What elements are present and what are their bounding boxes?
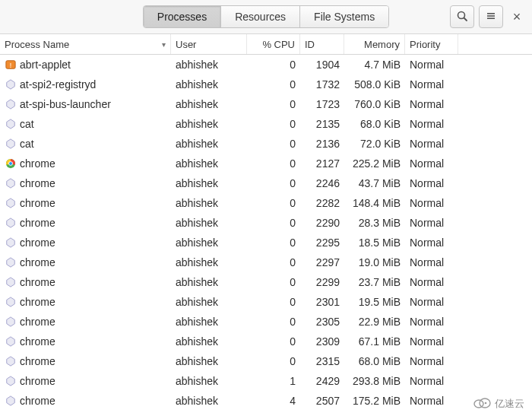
table-row[interactable]: chromeabhishek0229923.7 MiBNormal [0,272,532,292]
cell-user: abhishek [171,59,247,71]
cell-cpu: 0 [247,177,300,189]
cell-priority: Normal [405,256,458,268]
cell-priority: Normal [405,276,458,288]
table-row[interactable]: chromeabhishek12429293.8 MiBNormal [0,371,532,391]
process-icon [5,237,17,249]
process-icon [5,177,17,189]
cell-id: 2301 [300,296,344,308]
cell-memory: 148.4 MiB [344,197,405,209]
cell-priority: Normal [405,217,458,229]
process-name: cat [20,118,34,130]
table-row[interactable]: chromeabhishek0229518.5 MiBNormal [0,233,532,252]
process-name: chrome [20,237,55,249]
table-row[interactable]: chromeabhishek42507175.2 MiBNormal [0,391,532,411]
menu-button[interactable] [479,5,503,28]
process-icon [5,395,17,407]
process-icon [5,316,17,328]
table-row[interactable]: chromeabhishek0224643.7 MiBNormal [0,173,532,193]
cell-priority: Normal [405,118,458,130]
cell-id: 2127 [300,157,344,170]
table-row[interactable]: chromeabhishek02127225.2 MiBNormal [0,154,532,173]
tab-resources[interactable]: Resources [221,6,300,27]
col-header-user[interactable]: User [171,34,247,54]
process-icon [5,118,17,130]
table-row[interactable]: chromeabhishek0230967.1 MiBNormal [0,332,532,351]
search-icon [456,10,468,24]
col-header-name[interactable]: Process Name ▾ [0,34,171,54]
cell-cpu: 0 [247,197,300,209]
col-header-name-label: Process Name [5,39,69,50]
cell-user: abhishek [171,355,247,367]
cell-user: abhishek [171,138,247,150]
cell-id: 2299 [300,276,344,288]
cell-id: 2136 [300,138,344,150]
col-header-priority[interactable]: Priority [405,34,458,54]
cell-user: abhishek [171,217,247,229]
tab-processes[interactable]: Processes [144,6,221,27]
process-name: chrome [20,256,55,268]
cell-user: abhishek [171,177,247,189]
cell-priority: Normal [405,316,458,328]
cell-cpu: 0 [247,78,300,91]
cell-id: 2282 [300,197,344,209]
process-name: chrome [20,217,55,229]
tab-file-systems[interactable]: File Systems [300,6,388,27]
table-row[interactable]: chromeabhishek0231568.0 MiBNormal [0,351,532,371]
cell-user: abhishek [171,78,247,91]
cell-memory: 22.9 MiB [344,316,405,328]
cell-id: 2297 [300,256,344,268]
table-row[interactable]: abrt-appletabhishek019044.7 MiBNormal [0,55,532,75]
table-row[interactable]: catabhishek0213568.0 KiBNormal [0,114,532,134]
table-row[interactable]: catabhishek0213672.0 KiBNormal [0,134,532,154]
cell-id: 2309 [300,335,344,348]
col-header-memory[interactable]: Memory [344,34,405,54]
process-icon [5,157,17,170]
process-icon [5,59,17,71]
process-icon [5,256,17,268]
col-header-cpu[interactable]: % CPU [247,34,300,54]
cell-id: 2295 [300,237,344,249]
process-name: chrome [20,395,55,407]
cell-id: 2507 [300,395,344,407]
process-icon [5,296,17,308]
table-row[interactable]: chromeabhishek02282148.4 MiBNormal [0,193,532,213]
process-name: at-spi-bus-launcher [20,98,111,110]
process-name: chrome [20,177,55,189]
cell-priority: Normal [405,98,458,110]
cell-priority: Normal [405,355,458,367]
process-name: chrome [20,197,55,209]
cell-id: 1723 [300,98,344,110]
cell-id: 2135 [300,118,344,130]
watermark: 亿速云 [472,395,524,411]
cell-memory: 293.8 MiB [344,375,405,387]
cell-memory: 19.5 MiB [344,296,405,308]
table-row[interactable]: chromeabhishek0229719.0 MiBNormal [0,252,532,272]
process-name: chrome [20,335,55,348]
search-button[interactable] [450,5,474,28]
cell-user: abhishek [171,276,247,288]
cell-priority: Normal [405,395,458,407]
cell-cpu: 4 [247,395,300,407]
cell-cpu: 0 [247,256,300,268]
cell-cpu: 0 [247,355,300,367]
table-row[interactable]: at-spi2-registrydabhishek01732508.0 KiBN… [0,75,532,94]
table-row[interactable]: chromeabhishek0229028.3 MiBNormal [0,213,532,233]
cell-priority: Normal [405,237,458,249]
cell-memory: 175.2 MiB [344,395,405,407]
close-button[interactable]: × [508,8,526,26]
cell-id: 2305 [300,316,344,328]
cell-user: abhishek [171,375,247,387]
process-name: chrome [20,355,55,367]
process-icon [5,78,17,91]
cell-memory: 67.1 MiB [344,335,405,348]
col-header-id[interactable]: ID [300,34,344,54]
cell-user: abhishek [171,237,247,249]
table-row[interactable]: chromeabhishek0230119.5 MiBNormal [0,292,532,312]
table-row[interactable]: chromeabhishek0230522.9 MiBNormal [0,312,532,332]
cell-user: abhishek [171,197,247,209]
header-actions: × [450,5,526,28]
cloud-icon [472,395,492,411]
cell-user: abhishek [171,395,247,407]
cell-cpu: 0 [247,316,300,328]
table-row[interactable]: at-spi-bus-launcherabhishek01723760.0 Ki… [0,94,532,114]
